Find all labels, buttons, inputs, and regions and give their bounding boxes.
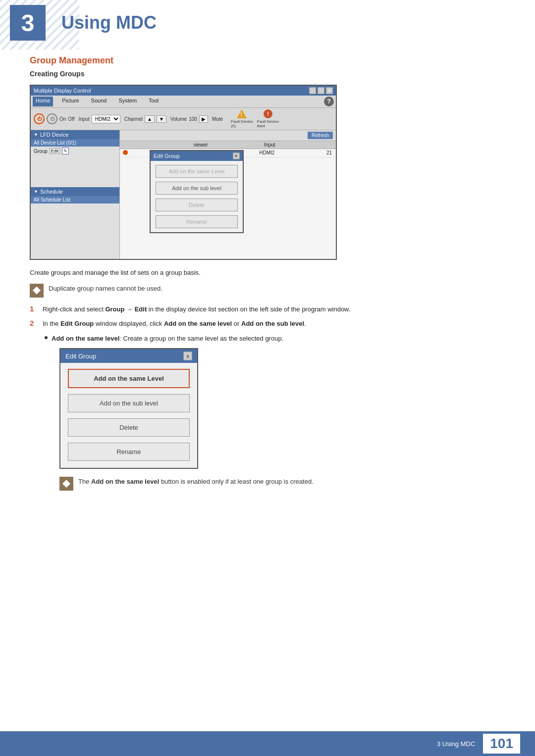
- bullet-same-level: Add on the same level: Create a group on…: [45, 334, 505, 344]
- mute-group: Mute: [212, 116, 223, 122]
- edit-group-dialog-large: Edit Group x Add on the same Level Add o…: [59, 348, 198, 469]
- fault-circle: !: [264, 109, 272, 118]
- note-icon-2: [59, 477, 73, 491]
- all-device-label[interactable]: All Device List (0/1): [31, 139, 119, 147]
- input-select[interactable]: HDMI2: [92, 115, 120, 123]
- step-1: 1 Right-click and select Group → Edit in…: [30, 304, 505, 314]
- note-text-1: Duplicate group names cannot be used.: [49, 284, 162, 294]
- col-status: [122, 142, 193, 148]
- content-header: Refresh: [120, 130, 336, 141]
- input-label: Input: [79, 116, 90, 122]
- schedule-section-label: Schedule: [40, 189, 63, 195]
- off-label: Off: [68, 116, 74, 122]
- table-header: viewer Input: [120, 141, 336, 149]
- row-num: 21: [326, 150, 334, 156]
- group-label: Group: [34, 149, 48, 154]
- edit-icon[interactable]: ✎: [62, 148, 69, 154]
- edit-group-title-large: Edit Group: [65, 353, 96, 360]
- power-controls: ⏻ ⏻ On Off: [34, 113, 75, 124]
- add-sub-level-btn-small[interactable]: Add on the sub level: [156, 182, 238, 195]
- description-text: Create groups and manage the list of set…: [30, 268, 505, 278]
- chapter-number: 3: [10, 5, 46, 41]
- mute-label: Mute: [212, 116, 223, 122]
- lfd-section-label: LFD Device: [40, 132, 68, 138]
- delete-btn-large[interactable]: Delete: [68, 418, 190, 437]
- mdc-titlebar-buttons: − □ ✕: [309, 87, 333, 94]
- on-label: On: [59, 116, 66, 122]
- group-row: Group Edit ✎: [31, 147, 119, 155]
- mdc-titlebar: Multiple Display Control − □ ✕: [31, 86, 336, 96]
- chapter-title: Using MDC: [61, 12, 157, 33]
- col-input: Input: [263, 142, 334, 148]
- refresh-button[interactable]: Refresh: [308, 132, 333, 139]
- menu-tool[interactable]: Tool: [146, 97, 161, 106]
- fault-device-icon: Fault Device(0): [231, 109, 253, 128]
- maximize-button[interactable]: □: [318, 87, 324, 94]
- edit-group-close-small[interactable]: ✕: [233, 152, 240, 159]
- step-1-number: 1: [30, 304, 38, 313]
- minimize-button[interactable]: −: [309, 87, 316, 94]
- step-1-text: Right-click and select Group → Edit in t…: [43, 304, 350, 314]
- section-title: Group Management: [30, 55, 505, 66]
- sidebar-spacer: [31, 155, 119, 185]
- lfd-section-header: ▼ LFD Device: [31, 130, 119, 139]
- channel-up-button[interactable]: ▲: [145, 115, 155, 123]
- add-same-level-btn-small[interactable]: Add on the same Level: [156, 165, 238, 178]
- page-number: 101: [483, 734, 520, 754]
- volume-value: 100: [189, 116, 197, 122]
- edit-group-title-small: Edit Group: [154, 153, 180, 159]
- input-group: Input HDMI2: [79, 115, 120, 123]
- footer-text: 3 Using MDC: [437, 740, 475, 748]
- edit-group-titlebar-small: Edit Group ✕: [151, 151, 243, 161]
- step-2-text: In the Edit Group window displayed, clic…: [43, 319, 306, 329]
- mdc-window-title: Multiple Display Control: [34, 88, 91, 94]
- content-area: Group Management Creating Groups Multipl…: [0, 55, 535, 517]
- power-off-icon[interactable]: ⏻: [47, 113, 57, 124]
- power-on-icon[interactable]: ⏻: [34, 113, 45, 124]
- mdc-menubar: Home Picture Sound System Tool ?: [31, 96, 336, 108]
- fault-icons: Fault Device(0) ! Fault DeviceAlert: [231, 109, 279, 128]
- mdc-sidebar: ▼ LFD Device All Device List (0/1) Group…: [31, 130, 120, 259]
- delete-btn-small[interactable]: Delete: [156, 199, 238, 211]
- note-box-2: The Add on the same level button is enab…: [59, 477, 505, 491]
- mdc-window-screenshot: Multiple Display Control − □ ✕ Home Pict…: [30, 85, 337, 260]
- channel-label: Channel: [124, 116, 143, 122]
- menu-sound[interactable]: Sound: [88, 97, 110, 106]
- group-edit-button[interactable]: Edit: [50, 148, 60, 154]
- add-sub-level-btn-large[interactable]: Add on the sub level: [68, 394, 190, 412]
- all-schedule-label[interactable]: All Schedule List: [31, 196, 119, 203]
- row-input: HDMI2: [258, 150, 326, 156]
- sub-section-title: Creating Groups: [30, 70, 505, 78]
- close-button[interactable]: ✕: [326, 87, 333, 94]
- status-dot: [123, 150, 128, 155]
- edit-group-titlebar-large: Edit Group x: [60, 349, 197, 363]
- sidebar-spacer2: [31, 203, 119, 228]
- fault-alert-icon: ! Fault DeviceAlert: [257, 109, 279, 128]
- edit-group-dialog-small: Edit Group ✕ Add on the same Level Add o…: [150, 150, 244, 233]
- volume-label: Volume: [170, 116, 187, 122]
- note-text-2: The Add on the same level button is enab…: [78, 477, 314, 487]
- step-2-number: 2: [30, 319, 38, 327]
- col-viewer: viewer: [193, 142, 264, 148]
- bullet-dot: [45, 336, 48, 339]
- add-same-level-btn-large[interactable]: Add on the same Level: [68, 369, 190, 388]
- menu-home[interactable]: Home: [33, 97, 53, 106]
- mdc-content-area: Refresh viewer Input HDMI2 21 E: [120, 130, 336, 259]
- fault-triangle-1: [237, 109, 247, 118]
- volume-up-button[interactable]: ▶: [199, 115, 208, 123]
- help-icon[interactable]: ?: [324, 97, 334, 106]
- menu-system[interactable]: System: [115, 97, 140, 106]
- bullet-text: Add on the same level: Create a group on…: [52, 334, 283, 344]
- menu-picture[interactable]: Picture: [59, 97, 82, 106]
- edit-group-close-large[interactable]: x: [183, 352, 192, 360]
- rename-btn-large[interactable]: Rename: [68, 443, 190, 461]
- chapter-header: 3 Using MDC: [0, 0, 535, 41]
- mdc-toolbar: ⏻ ⏻ On Off Input HDMI2 Channel ▲ ▼ Volum…: [31, 108, 336, 130]
- note-icon-1: [30, 284, 44, 298]
- volume-group: Volume 100 ▶: [170, 115, 208, 123]
- channel-down-button[interactable]: ▼: [157, 115, 166, 123]
- rename-btn-small[interactable]: Rename: [156, 215, 238, 228]
- channel-group: Channel ▲ ▼: [124, 115, 166, 123]
- page-footer: 3 Using MDC 101: [0, 731, 535, 756]
- step-2: 2 In the Edit Group window displayed, cl…: [30, 319, 505, 329]
